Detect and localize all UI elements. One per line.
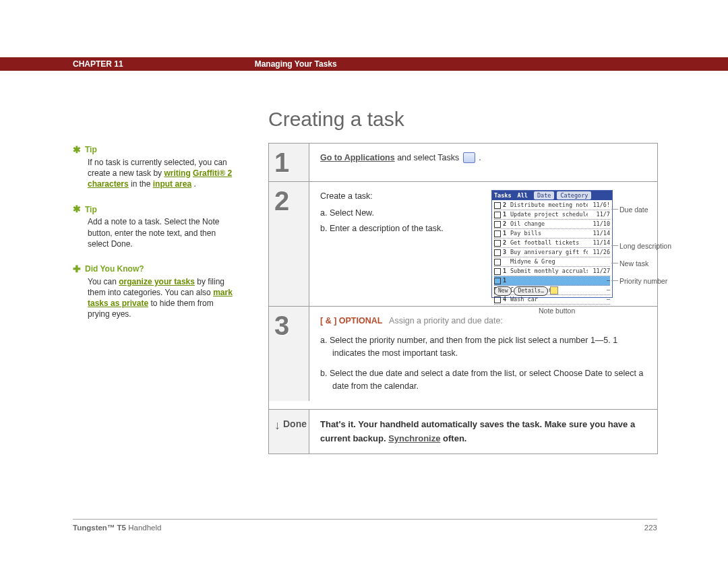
done-msg-b: often.: [443, 433, 466, 443]
chapter-section-title: Managing Your Tasks: [255, 59, 337, 69]
synchronize-link[interactable]: Synchronize: [388, 433, 440, 443]
step-2a: a. Select New.: [320, 207, 482, 220]
device-task-row: 1—: [494, 276, 610, 286]
device-task-row: 1Submit monthly accruals11/27: [494, 267, 610, 276]
step-3-body: [ & ] OPTIONAL Assign a priority and due…: [309, 307, 657, 409]
tip-1-text-c: .: [193, 179, 195, 189]
asterisk-icon: ✱: [73, 203, 81, 216]
dyk-text-a: You can: [88, 277, 119, 286]
done-label: Done: [283, 419, 307, 429]
device-tab-all: All: [514, 191, 531, 200]
down-arrow-icon: ↓: [274, 419, 280, 431]
device-details-button: Details…: [514, 286, 548, 296]
page-title: Creating a task: [268, 108, 404, 131]
step-3-intro: Assign a priority and due date:: [389, 316, 503, 325]
done-body: That's it. Your handheld automatically s…: [309, 410, 657, 454]
tip-2: ✱Tip Add a note to a task. Select the No…: [73, 203, 235, 249]
tip-1-body: If no task is currently selected, you ca…: [88, 157, 235, 190]
device-task-row: 3Buy anniversary gift for11/26: [494, 248, 610, 257]
device-new-button: New: [494, 286, 512, 296]
go-to-applications-link[interactable]: Go to Applications: [320, 153, 395, 162]
device-task-row: 2Get football tickets11/14: [494, 239, 610, 248]
tip-1-text-b: in the: [131, 179, 153, 189]
asterisk-icon: ✱: [73, 144, 81, 156]
chapter-header-bar: CHAPTER 11 Managing Your Tasks: [0, 57, 728, 71]
device-note-button-icon: [550, 286, 558, 294]
chapter-label: CHAPTER 11: [73, 59, 123, 69]
writing-link[interactable]: writing: [164, 168, 190, 178]
device-task-row: Midyne & Greg: [494, 257, 610, 267]
device-title: Tasks: [494, 191, 512, 200]
sidebar: ✱Tip If no task is currently selected, y…: [73, 144, 235, 334]
done-label-cell: ↓ Done: [269, 410, 309, 454]
done-msg-a: That's it. Your handheld automatically s…: [320, 419, 635, 443]
step-2b: b. Enter a description of the task.: [320, 222, 482, 235]
organize-tasks-link[interactable]: organize your tasks: [119, 277, 195, 286]
device-task-row: 4Wash car—: [494, 295, 610, 305]
product-name: Tungsten™ T5 Handheld: [73, 524, 161, 532]
tip-heading: Tip: [85, 204, 97, 215]
step-2-intro: Create a task:: [320, 190, 482, 203]
step-3-row: 3 [ & ] OPTIONAL Assign a priority and d…: [269, 306, 657, 409]
device-task-row: 1Pay bills11/14: [494, 229, 610, 239]
dyk-heading: Did You Know?: [85, 263, 144, 274]
step-3-number: 3: [269, 307, 309, 401]
step-2-row: 2 Create a task: a. Select New. b. Enter…: [269, 181, 657, 306]
callout-due-date: Due date: [619, 205, 648, 216]
step-3b: b. Select the due date and select a date…: [320, 367, 646, 393]
steps-table: 1 Go to Applications and select Tasks . …: [268, 143, 658, 454]
input-area-link[interactable]: input area: [153, 179, 191, 189]
did-you-know: ✚Did You Know? You can organize your tas…: [73, 263, 235, 320]
device-tab-category: Category: [557, 191, 591, 200]
tasks-app-icon: [463, 152, 475, 163]
dyk-body: You can organize your tasks by filing th…: [88, 276, 235, 320]
step-2-body: Create a task: a. Select New. b. Enter a…: [309, 182, 657, 306]
page-number: 223: [644, 524, 657, 532]
callout-note-button: Note button: [539, 306, 575, 317]
device-tab-date: Date: [534, 191, 554, 200]
callout-priority: Priority number: [619, 276, 667, 287]
tip-heading: Tip: [85, 144, 97, 155]
page-footer: Tungsten™ T5 Handheld 223: [73, 519, 657, 532]
step-3a: a. Select the priority number, and then …: [320, 334, 646, 360]
device-task-row: 1Update project schedule11/7: [494, 210, 610, 220]
step-1-row: 1 Go to Applications and select Tasks .: [269, 144, 657, 181]
optional-tag: [ & ] OPTIONAL: [320, 316, 382, 325]
tip-1: ✱Tip If no task is currently selected, y…: [73, 144, 235, 189]
plus-icon: ✚: [73, 263, 81, 276]
callout-long-desc: Long description: [619, 241, 671, 252]
device-task-row: 2Distribute meeting notes11/6!: [494, 201, 610, 210]
step-1-body: Go to Applications and select Tasks .: [309, 144, 657, 181]
device-task-row: 2Oil change11/10: [494, 220, 610, 229]
step-1-rest: and select Tasks: [397, 153, 462, 162]
step-2-number: 2: [269, 182, 309, 306]
tip-2-body: Add a note to a task. Select the Note bu…: [88, 216, 235, 249]
done-row: ↓ Done That's it. Your handheld automati…: [269, 409, 657, 454]
tasks-app-screenshot: Tasks All Date Category 2Distribute meet…: [491, 190, 613, 298]
step-1-number: 1: [269, 144, 309, 181]
callout-new-task: New task: [619, 259, 648, 270]
